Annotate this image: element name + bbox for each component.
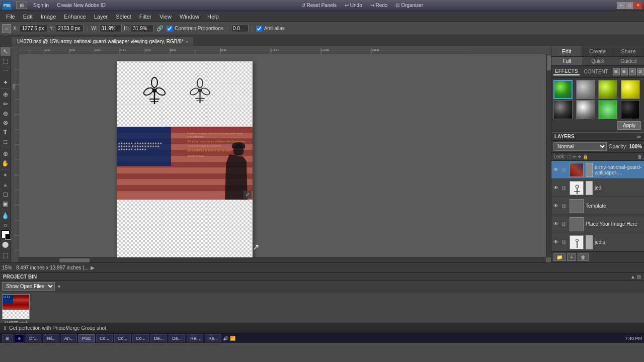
delete-icon[interactable]: 🗑: [637, 154, 642, 159]
effects-icon-4[interactable]: ⊡: [637, 68, 644, 75]
project-bin-collapse[interactable]: ▲: [630, 274, 635, 280]
project-bin-item-0[interactable]: U U U4070.psd: [2, 294, 30, 323]
effects-tab[interactable]: EFFECTS: [553, 68, 580, 75]
blend-mode-dropdown[interactable]: Normal Multiply Screen: [553, 142, 607, 151]
lasso-tool[interactable]: ⌒: [1, 69, 11, 77]
maximize-button[interactable]: □: [625, 2, 633, 9]
canvas-area[interactable]: 100 200 300 400 500 600 800: [11, 46, 551, 262]
h-input[interactable]: [131, 25, 153, 32]
create-adobe-id-button[interactable]: Create New Adobe ID: [55, 2, 108, 9]
brush-tool[interactable]: ✏: [1, 100, 11, 108]
delete-layer-button[interactable]: 🗑: [578, 253, 589, 261]
crop-tool[interactable]: ⌖: [1, 171, 11, 179]
effects-icon-2[interactable]: ⊟: [621, 68, 628, 75]
vertical-scrollbar[interactable]: [546, 54, 551, 257]
taskbar-dropbox[interactable]: Dr...: [26, 334, 41, 342]
lock-move-icon[interactable]: ✛: [578, 154, 582, 159]
menu-select[interactable]: Select: [112, 13, 135, 21]
systray-icon-2[interactable]: 📶: [230, 336, 235, 341]
quick-mask[interactable]: ⬤: [1, 239, 11, 249]
reset-panels-button[interactable]: ↺ Reset Panels: [299, 2, 339, 9]
horizontal-scrollbar[interactable]: [19, 257, 546, 262]
effect-thumb-6[interactable]: [598, 100, 617, 119]
scrollbar-thumb-h[interactable]: [59, 258, 90, 262]
layer-visibility-jedi[interactable]: 👁: [553, 185, 559, 191]
eraser-tool[interactable]: ◻: [1, 190, 11, 199]
layer-row-jedi[interactable]: 👁 ⛓ jedi: [551, 179, 644, 197]
magic-wand-tool[interactable]: ✦: [1, 78, 11, 87]
taskbar-telegram[interactable]: Tel...: [43, 334, 59, 342]
zoom-tool[interactable]: ⊕: [1, 149, 11, 158]
lock-transparent-icon[interactable]: ⬚: [567, 154, 572, 159]
taskbar-ie[interactable]: e: [15, 334, 24, 342]
new-layer-group-button[interactable]: 📁: [553, 253, 566, 261]
show-files-dropdown[interactable]: Show Open Files: [2, 282, 55, 291]
apply-button[interactable]: Apply: [617, 121, 641, 130]
effects-icon-3[interactable]: ≡: [629, 68, 636, 75]
subtab-full[interactable]: Full: [551, 57, 582, 65]
menu-edit[interactable]: Edit: [19, 13, 37, 21]
text-tool[interactable]: T: [1, 128, 11, 137]
systray-icon-1[interactable]: 🔊: [223, 336, 228, 341]
menu-image[interactable]: Image: [37, 13, 60, 21]
redo-button[interactable]: ↪ Redo: [368, 2, 390, 9]
w-input[interactable]: [99, 25, 122, 32]
menu-view[interactable]: View: [155, 13, 176, 21]
taskbar-co1[interactable]: Co...: [96, 334, 113, 342]
taskbar-start[interactable]: ⊞: [2, 334, 13, 342]
x-input[interactable]: [20, 25, 47, 32]
content-tab[interactable]: CONTENT: [583, 68, 610, 75]
move-tool[interactable]: ↖: [1, 47, 11, 56]
close-button[interactable]: ✕: [634, 2, 642, 9]
effect-thumb-0[interactable]: [553, 80, 573, 99]
layer-row-army[interactable]: 👁 ⛓ army-national-guard-wallpaper-...: [551, 161, 644, 179]
scrollbar-thumb-v[interactable]: [547, 55, 551, 70]
effect-thumb-2[interactable]: [598, 80, 617, 99]
layer-link-jedi[interactable]: ⛓: [561, 186, 568, 191]
layer-visibility-jedis[interactable]: 👁: [553, 239, 559, 245]
gradient-tool[interactable]: ▣: [1, 200, 11, 208]
move-control-icon[interactable]: ⤢: [244, 191, 252, 199]
taskbar-co2[interactable]: Co...: [114, 334, 131, 342]
lock-paint-icon[interactable]: ✏: [573, 154, 577, 159]
new-layer-button[interactable]: +: [567, 253, 576, 261]
organizer-button[interactable]: ⊡ Organizer: [393, 2, 425, 9]
hand-tool[interactable]: ✋: [1, 159, 11, 167]
selection-tool[interactable]: ⬚: [1, 57, 11, 65]
undo-button[interactable]: ↩ Undo: [343, 2, 364, 9]
effect-thumb-1[interactable]: [576, 80, 595, 99]
dodge-tool[interactable]: ○: [1, 221, 11, 229]
blur-tool[interactable]: 💧: [1, 211, 11, 220]
effect-thumb-3[interactable]: [621, 80, 640, 99]
menu-filter[interactable]: Filter: [135, 13, 155, 21]
menu-enhance[interactable]: Enhance: [60, 13, 90, 21]
tab-edit[interactable]: Edit: [551, 46, 582, 56]
subtab-quick[interactable]: Quick: [582, 57, 613, 65]
menu-layer[interactable]: Layer: [90, 13, 112, 21]
menu-file[interactable]: File: [2, 13, 19, 21]
document-tab[interactable]: U4070.psd @ 15% army-national-guard-wall…: [12, 37, 194, 46]
taskbar-de2[interactable]: De...: [169, 334, 185, 342]
sign-in-button[interactable]: Sign In: [31, 2, 51, 9]
project-bin-expand[interactable]: ⊞: [637, 274, 641, 280]
subtab-guided[interactable]: Guided: [613, 57, 644, 65]
tab-create[interactable]: Create: [582, 46, 613, 56]
workspace-switcher[interactable]: ⊞: [16, 2, 27, 9]
effect-thumb-7[interactable]: [621, 100, 640, 119]
menu-window[interactable]: Window: [176, 13, 203, 21]
layer-row-template[interactable]: 👁 ⛓ Template: [551, 197, 644, 215]
taskbar-pse-active[interactable]: PSE: [78, 334, 95, 342]
taskbar-an[interactable]: An...: [61, 334, 77, 342]
effects-icon-1[interactable]: ⊞: [613, 68, 620, 75]
layer-link-army[interactable]: ⛓: [561, 167, 568, 172]
heal-tool[interactable]: ⊛: [1, 109, 11, 118]
layer-row-placeholder[interactable]: 👁 ⛓ Place Your Image Here: [551, 215, 644, 233]
taskbar-re1[interactable]: Re...: [187, 334, 203, 342]
angle-input[interactable]: [231, 25, 249, 32]
layer-visibility-placeholder[interactable]: 👁: [553, 221, 559, 227]
layer-row-jedis[interactable]: 👁 ⛓ jedis: [551, 233, 644, 251]
shape-tool[interactable]: □: [1, 138, 11, 146]
constrain-proportions-checkbox[interactable]: [167, 26, 173, 32]
layer-link-template[interactable]: ⛓: [561, 204, 568, 209]
clone-tool[interactable]: ⊗: [1, 119, 11, 127]
